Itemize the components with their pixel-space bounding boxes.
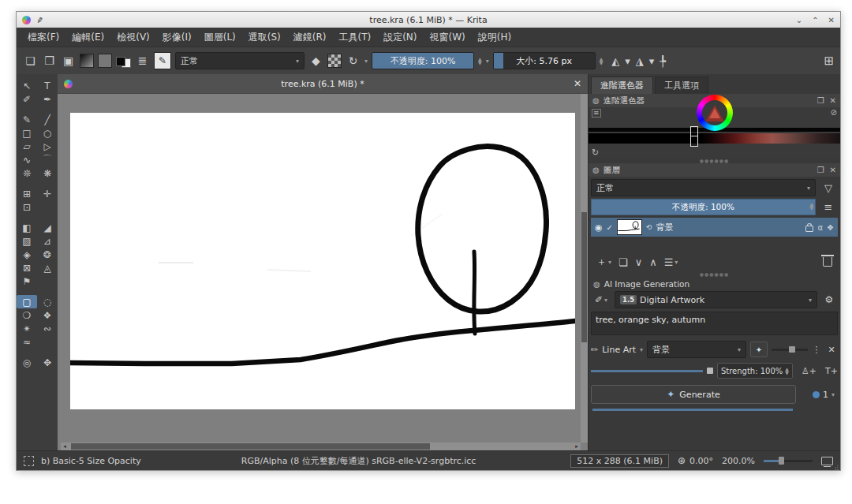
docker-splitter[interactable]: ●●●●●● bbox=[589, 271, 840, 277]
tool-line[interactable]: ╱ bbox=[37, 113, 58, 126]
tool-reference-images[interactable]: ⚑ bbox=[17, 274, 37, 288]
horizontal-scrollbar[interactable]: ◂ ▸ bbox=[61, 442, 581, 450]
ai-style-dropdown[interactable]: 1.5 Digital Artwork ▾ bbox=[615, 291, 817, 308]
chevron-down-icon[interactable]: ▾ bbox=[640, 346, 643, 353]
add-pose-button[interactable]: ♙+ bbox=[802, 366, 816, 376]
tool-rectangle[interactable]: □ bbox=[17, 126, 37, 140]
layer-name[interactable]: 背景 bbox=[656, 222, 674, 233]
generate-button[interactable]: ✦ Generate bbox=[591, 385, 796, 404]
tool-rectangular-select[interactable]: ▢ bbox=[17, 295, 37, 308]
blend-mode-dropdown[interactable]: 正常▾ bbox=[175, 52, 305, 69]
tool-pan[interactable]: ✥ bbox=[37, 356, 58, 369]
preserve-alpha-icon[interactable] bbox=[327, 54, 342, 68]
edit-brush-settings-button[interactable]: ✎ bbox=[154, 52, 171, 69]
generate-control-button[interactable]: ✦ bbox=[750, 342, 768, 357]
pattern-swatch[interactable] bbox=[98, 54, 112, 68]
dropdown-caret[interactable]: ▾ bbox=[364, 58, 368, 65]
menu-file[interactable]: 檔案(F) bbox=[21, 31, 65, 44]
add-layer-button[interactable]: ＋▾ bbox=[596, 255, 611, 269]
tool-smart-patch[interactable]: ◬ bbox=[37, 261, 58, 274]
advanced-color-selector[interactable]: ≡ ⊘ ↻ bbox=[589, 107, 840, 158]
layer-thumbnail[interactable] bbox=[617, 219, 642, 235]
brush-size-slider[interactable]: 大小: 5.76 px bbox=[493, 52, 596, 69]
batch-count-selector[interactable]: 1 ▾ bbox=[813, 390, 835, 400]
move-layer-up-button[interactable]: ∧ bbox=[649, 256, 657, 268]
alpha-lock-icon[interactable]: α bbox=[817, 223, 823, 232]
move-layer-down-button[interactable]: ∨ bbox=[635, 256, 643, 268]
ai-workspace-icon[interactable]: ✐▾ bbox=[591, 294, 611, 305]
layer-row-background[interactable]: ◉ ✓ ⟲ 背景 α ❖ bbox=[591, 218, 838, 237]
reload-preset-icon[interactable]: ↻ bbox=[346, 54, 361, 67]
delete-layer-button[interactable] bbox=[823, 257, 832, 267]
menu-layer[interactable]: 圖層(L) bbox=[198, 31, 242, 44]
tool-polygon[interactable]: ▱ bbox=[17, 140, 37, 153]
inherit-alpha-icon[interactable]: ❖ bbox=[827, 223, 834, 232]
remove-control-icon[interactable]: ✕ bbox=[825, 345, 838, 355]
dropdown-caret[interactable]: ▾ bbox=[625, 55, 630, 67]
tool-crop[interactable]: ⊡ bbox=[17, 200, 37, 214]
opacity-slider[interactable]: 不透明度: 100% bbox=[372, 52, 474, 69]
zoom-level-label[interactable]: 200.0% bbox=[722, 456, 755, 466]
duplicate-layer-button[interactable]: ❏ bbox=[618, 256, 628, 268]
menu-window[interactable]: 視窗(W) bbox=[424, 31, 472, 44]
docker-splitter[interactable]: ●●●●●● bbox=[589, 158, 840, 163]
ai-prompt-input[interactable]: tree, orange sky, autumn bbox=[591, 312, 838, 335]
menu-image[interactable]: 影像(I) bbox=[156, 31, 198, 44]
tool-gradient[interactable]: ◧ bbox=[17, 221, 37, 234]
layer-properties-button[interactable]: ☰▾ bbox=[664, 256, 678, 268]
canvas[interactable] bbox=[70, 113, 575, 409]
layer-filter-icon[interactable]: ▽ bbox=[819, 182, 838, 194]
hsv-triangle[interactable] bbox=[704, 103, 726, 123]
document-tab[interactable]: tree.kra (6.1 MiB) * ✕ bbox=[58, 74, 588, 94]
save-document-icon[interactable]: ▣ bbox=[61, 54, 76, 67]
mirror-horizontal-icon[interactable]: ◭ bbox=[611, 55, 619, 67]
minimize-button[interactable]: ⌄ bbox=[796, 16, 802, 24]
control-layer-dropdown[interactable]: 背景▾ bbox=[647, 341, 746, 358]
color-gradient-strip[interactable] bbox=[589, 133, 840, 144]
tool-multibrush[interactable]: ❋ bbox=[37, 166, 58, 180]
menu-tools[interactable]: 工具(T) bbox=[332, 31, 377, 44]
tool-fill[interactable]: ◈ bbox=[17, 248, 37, 261]
document-size-label[interactable]: 512 x 288 (6.1 MiB) bbox=[570, 454, 669, 468]
menu-settings[interactable]: 設定(N) bbox=[377, 31, 423, 44]
control-slider[interactable] bbox=[772, 344, 808, 355]
tool-transform[interactable]: ⊞ bbox=[17, 187, 37, 200]
eraser-toggle-icon[interactable]: ◆ bbox=[308, 54, 323, 67]
tool-dynamic-brush[interactable]: ❊ bbox=[17, 166, 37, 180]
strength-spinbox[interactable]: Strength: 100% ▲▼ bbox=[717, 363, 793, 379]
tool-contiguous-select[interactable]: ❖ bbox=[37, 308, 58, 322]
opacity-spinner[interactable]: ▲▼ bbox=[809, 202, 813, 210]
control-mode-dropdown[interactable]: Line Art bbox=[602, 345, 636, 355]
maximize-button[interactable]: ⌃ bbox=[812, 16, 818, 24]
ai-settings-gear-icon[interactable]: ⚙ bbox=[820, 294, 838, 305]
tool-color-picker[interactable]: ◢ bbox=[37, 221, 58, 234]
no-color-icon[interactable]: ⊘ bbox=[831, 108, 837, 117]
layer-blend-mode-dropdown[interactable]: 正常▾ bbox=[591, 179, 816, 196]
vertical-scrollbar[interactable] bbox=[581, 94, 588, 442]
menu-edit[interactable]: 編輯(E) bbox=[65, 31, 110, 44]
tool-similar-select[interactable]: ✴ bbox=[17, 322, 37, 335]
zoom-slider[interactable] bbox=[764, 456, 813, 465]
tab-tool-options[interactable]: 工具選項 bbox=[655, 77, 708, 94]
strength-slider-handle[interactable] bbox=[707, 368, 713, 374]
tool-freehand-brush[interactable]: ✎ bbox=[17, 113, 37, 126]
menu-select[interactable]: 選取(S) bbox=[242, 31, 287, 44]
close-docker-icon[interactable]: ✕ bbox=[830, 166, 836, 174]
scroll-left-icon[interactable]: ◂ bbox=[61, 442, 69, 450]
tool-magnetic-select[interactable]: ≈ bbox=[17, 335, 37, 349]
resize-grip[interactable]: ⣴ bbox=[834, 462, 839, 470]
layer-opacity-slider[interactable]: 不透明度: 100% ▲▼ bbox=[591, 199, 816, 215]
float-docker-icon[interactable]: ❐ bbox=[817, 96, 824, 105]
canvas-rotation[interactable]: ⊕ 0.00° bbox=[678, 455, 713, 466]
layer-selected-check-icon[interactable]: ✓ bbox=[607, 223, 613, 232]
close-document-icon[interactable]: ✕ bbox=[574, 78, 581, 89]
tool-text[interactable]: T bbox=[37, 79, 58, 92]
workspace-chooser-icon[interactable]: ⊞ bbox=[824, 54, 834, 68]
scroll-right-icon[interactable]: ▸ bbox=[573, 442, 581, 450]
tool-freehand-path[interactable]: ⌒ bbox=[37, 153, 58, 166]
opacity-spinner[interactable]: ▲▼ bbox=[478, 57, 482, 65]
layer-list-empty[interactable] bbox=[591, 237, 838, 251]
layer-options-menu-icon[interactable]: ≡ bbox=[819, 201, 838, 213]
tool-bezier-curve[interactable]: ∿ bbox=[17, 153, 37, 166]
dropdown-caret[interactable]: ▾ bbox=[649, 55, 655, 67]
